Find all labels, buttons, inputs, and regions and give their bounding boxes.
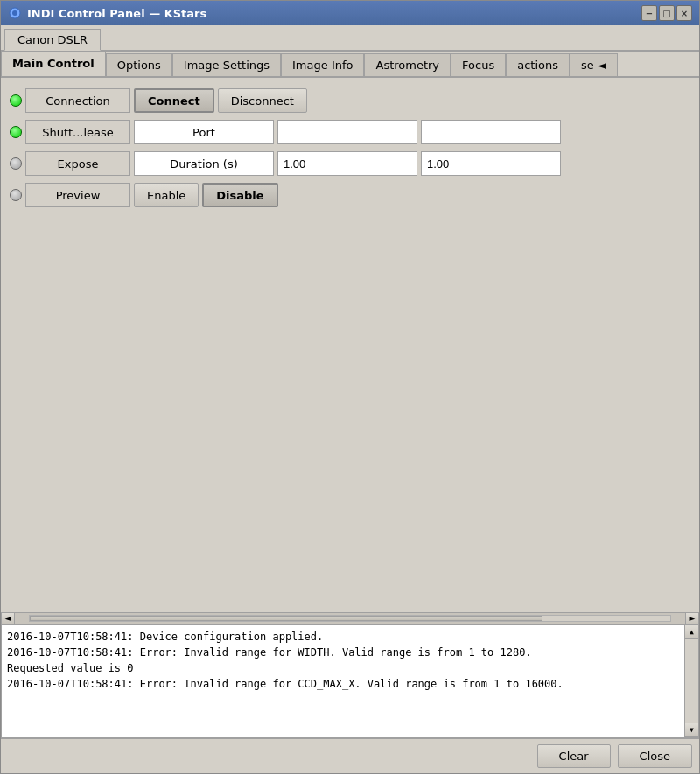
- tab-options[interactable]: Options: [106, 53, 172, 76]
- connection-label: Connection: [25, 88, 130, 113]
- port-label: Port: [134, 120, 274, 144]
- tab-image-settings[interactable]: Image Settings: [172, 53, 281, 76]
- tab-content: Connection Connect Disconnect Shutt...le…: [1, 78, 699, 612]
- device-tab-canon[interactable]: Canon DSLR: [4, 29, 101, 51]
- expose-indicator: [10, 157, 22, 170]
- window-content: Canon DSLR Main Control Options Image Se…: [1, 25, 699, 773]
- window-controls: − □ ×: [641, 5, 692, 21]
- log-scroll-up-button[interactable]: ▲: [685, 625, 698, 639]
- log-area: 2016-10-07T10:58:41: Device configuratio…: [1, 624, 699, 738]
- app-icon: [8, 6, 22, 20]
- maximize-button[interactable]: □: [659, 5, 675, 21]
- scroll-left-button[interactable]: ◄: [1, 612, 15, 624]
- main-tabbar: Main Control Options Image Settings Imag…: [1, 52, 699, 78]
- tab-main-control[interactable]: Main Control: [1, 52, 106, 77]
- log-line-2: 2016-10-07T10:58:41: Error: Invalid rang…: [7, 645, 693, 660]
- enable-button[interactable]: Enable: [134, 183, 199, 207]
- close-bottom-button[interactable]: Close: [618, 744, 692, 768]
- tab-astrometry[interactable]: Astrometry: [364, 53, 451, 76]
- log-scroll-down-button[interactable]: ▼: [685, 723, 698, 737]
- shutter-indicator: [10, 126, 22, 138]
- main-window: INDI Control Panel — KStars − □ × Canon …: [0, 0, 700, 774]
- control-area: Connection Connect Disconnect Shutt...le…: [10, 87, 690, 603]
- duration-value2[interactable]: [421, 151, 561, 176]
- titlebar: INDI Control Panel — KStars − □ ×: [1, 1, 699, 25]
- duration-label: Duration (s): [134, 151, 274, 176]
- connect-button[interactable]: Connect: [134, 88, 214, 113]
- log-line-4: 2016-10-07T10:58:41: Error: Invalid rang…: [7, 676, 693, 692]
- duration-value1[interactable]: [277, 151, 417, 176]
- bottom-bar: Clear Close: [1, 738, 699, 773]
- shutter-label: Shutt...lease: [25, 120, 130, 144]
- log-scroll-track: [685, 639, 698, 723]
- svg-point-1: [12, 10, 18, 16]
- preview-label: Preview: [25, 183, 130, 207]
- shutter-row: Shutt...lease Port: [10, 118, 690, 146]
- device-tabbar: Canon DSLR: [1, 25, 699, 52]
- log-line-1: 2016-10-07T10:58:41: Device configuratio…: [7, 629, 693, 645]
- port-field2[interactable]: [421, 120, 561, 144]
- log-line-3: Requested value is 0: [7, 660, 693, 676]
- horizontal-scrollbar[interactable]: ◄ ►: [1, 612, 699, 624]
- connection-indicator: [10, 94, 22, 107]
- disable-button[interactable]: Disable: [202, 183, 277, 207]
- tab-image-info[interactable]: Image Info: [281, 53, 364, 76]
- minimize-button[interactable]: −: [641, 5, 657, 21]
- preview-indicator: [10, 189, 22, 201]
- tab-focus[interactable]: Focus: [451, 53, 506, 76]
- clear-button[interactable]: Clear: [537, 744, 611, 768]
- tab-actions[interactable]: actions: [506, 53, 570, 76]
- log-scrollbar[interactable]: ▲ ▼: [684, 625, 698, 737]
- log-text: 2016-10-07T10:58:41: Device configuratio…: [7, 629, 693, 692]
- close-button[interactable]: ×: [676, 5, 692, 21]
- scroll-track[interactable]: [29, 615, 671, 622]
- port-field1[interactable]: [277, 120, 417, 144]
- scroll-right-button[interactable]: ►: [685, 612, 699, 624]
- expose-row: Expose Duration (s): [10, 150, 690, 178]
- disconnect-button[interactable]: Disconnect: [218, 88, 307, 113]
- preview-row: Preview Enable Disable: [10, 181, 690, 209]
- window-title: INDI Control Panel — KStars: [27, 7, 641, 20]
- scroll-thumb[interactable]: [30, 616, 542, 621]
- tab-se[interactable]: se ◄: [570, 53, 618, 76]
- connection-row: Connection Connect Disconnect: [10, 87, 690, 115]
- expose-label: Expose: [25, 151, 130, 176]
